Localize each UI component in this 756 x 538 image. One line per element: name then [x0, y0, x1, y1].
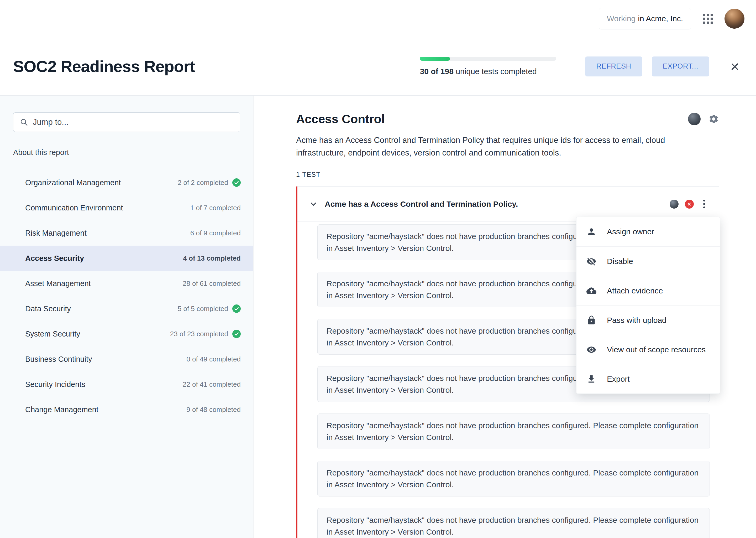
- test-owner-avatar[interactable]: [670, 200, 679, 209]
- search-input[interactable]: [33, 117, 234, 127]
- menu-item-label: Export: [607, 375, 630, 384]
- sidebar-item-label: Security Incidents: [25, 380, 85, 389]
- menu-item-assign-owner[interactable]: Assign owner: [577, 217, 720, 246]
- jump-to-search[interactable]: [13, 112, 240, 132]
- workspace-name: in Acme, Inc.: [638, 14, 683, 23]
- sidebar-item-status: 23 of 23 completed: [170, 330, 228, 338]
- section-owner-avatar[interactable]: [688, 113, 701, 125]
- download-icon: [587, 374, 596, 384]
- lock-icon: [587, 315, 596, 325]
- section-title: Access Control: [296, 112, 385, 126]
- sidebar-item-status: 28 of 61 completed: [183, 280, 241, 288]
- sidebar-item-label: Data Security: [25, 304, 71, 313]
- close-icon[interactable]: ×: [730, 59, 739, 74]
- search-icon: [20, 118, 28, 126]
- sidebar-item-business-continuity[interactable]: Business Continuity 0 of 49 completed: [0, 347, 253, 372]
- menu-item-view-out-of-scope[interactable]: View out of scope resources: [577, 335, 720, 364]
- sidebar-item-data-security[interactable]: Data Security 5 of 5 completed: [0, 296, 253, 321]
- menu-item-label: Disable: [607, 257, 633, 266]
- sidebar-item-label: Change Management: [25, 405, 98, 414]
- about-report-link[interactable]: About this report: [13, 148, 240, 157]
- sidebar-item-status: 6 of 9 completed: [190, 229, 241, 237]
- fail-status-icon: [685, 200, 694, 209]
- section-icons: [688, 113, 719, 125]
- menu-item-label: Pass with upload: [607, 316, 667, 325]
- sidebar-item-status: 0 of 49 completed: [186, 355, 241, 363]
- sidebar-item-access-security[interactable]: Access Security 4 of 13 completed: [0, 245, 253, 271]
- menu-item-label: View out of scope resources: [607, 345, 706, 354]
- test-icons: [670, 197, 708, 211]
- user-avatar[interactable]: [725, 9, 744, 28]
- menu-item-label: Assign owner: [607, 227, 654, 236]
- sidebar-item-label: Business Continuity: [25, 355, 92, 363]
- progress-count: 30 of 198: [420, 67, 453, 76]
- workspace-prefix: Working: [607, 14, 636, 23]
- sidebar-item-status: 4 of 13 completed: [183, 254, 241, 262]
- sidebar-item-change-management[interactable]: Change Management 9 of 48 completed: [0, 397, 253, 422]
- menu-item-attach-evidence[interactable]: Attach evidence: [577, 276, 720, 305]
- sidebar-item-risk-management[interactable]: Risk Management 6 of 9 completed: [0, 220, 253, 245]
- check-circle-icon: [232, 178, 241, 187]
- sidebar: About this report Organizational Managem…: [0, 96, 254, 538]
- sidebar-item-system-security[interactable]: System Security 23 of 23 completed: [0, 321, 253, 347]
- menu-item-pass-with-upload[interactable]: Pass with upload: [577, 305, 720, 335]
- report-header: SOC2 Readiness Report 30 of 198 unique t…: [0, 37, 756, 96]
- sidebar-item-label: Access Security: [25, 254, 84, 263]
- check-circle-icon: [232, 330, 241, 338]
- menu-item-export[interactable]: Export: [577, 364, 720, 394]
- cloud-upload-icon: [587, 286, 596, 296]
- sidebar-item-status: 22 of 41 completed: [183, 380, 241, 389]
- eye-off-icon: [587, 256, 596, 266]
- workspace-switcher[interactable]: Working in Acme, Inc.: [599, 8, 691, 29]
- gear-icon[interactable]: [708, 114, 719, 124]
- apps-grid-icon[interactable]: [703, 14, 713, 24]
- page-title: SOC2 Readiness Report: [13, 57, 195, 76]
- progress-text: 30 of 198 unique tests completed: [420, 67, 556, 76]
- menu-item-label: Attach evidence: [607, 286, 663, 295]
- chevron-down-icon[interactable]: [309, 200, 318, 209]
- progress-group: 30 of 198 unique tests completed: [420, 57, 556, 76]
- test-title: Acme has a Access Control and Terminatio…: [325, 200, 518, 209]
- sidebar-item-asset-management[interactable]: Asset Management 28 of 61 completed: [0, 271, 253, 296]
- topbar: Working in Acme, Inc.: [0, 0, 756, 37]
- sidebar-item-status: 2 of 2 completed: [178, 179, 228, 187]
- progress-bar-fill: [420, 57, 450, 61]
- kebab-menu-icon[interactable]: [700, 197, 708, 211]
- sidebar-item-organizational-management[interactable]: Organizational Management 2 of 2 complet…: [0, 170, 253, 195]
- refresh-button[interactable]: REFRESH: [585, 56, 642, 77]
- main-panel: Access Control Acme has an Access Contro…: [254, 96, 756, 538]
- sidebar-item-status: 5 of 5 completed: [178, 305, 228, 313]
- person-icon: [587, 227, 596, 237]
- sidebar-item-label: Risk Management: [25, 229, 87, 238]
- test-failure-message: Repository "acme/haystack" does not have…: [317, 508, 710, 538]
- test-count-label: 1 TEST: [296, 171, 719, 178]
- sidebar-item-label: System Security: [25, 330, 80, 338]
- sidebar-item-status: 9 of 48 completed: [186, 405, 241, 414]
- test-context-menu: Assign owner Disable Attach evidence Pas…: [576, 217, 720, 394]
- sidebar-item-label: Organizational Management: [25, 178, 121, 187]
- sidebar-item-security-incidents[interactable]: Security Incidents 22 of 41 completed: [0, 372, 253, 397]
- check-circle-icon: [232, 304, 241, 313]
- sidebar-item-label: Asset Management: [25, 279, 91, 288]
- section-header: Access Control: [296, 112, 719, 126]
- section-description: Acme has an Access Control and Terminati…: [296, 134, 711, 159]
- sidebar-item-status: 1 of 7 completed: [190, 204, 241, 212]
- test-failure-message: Repository "acme/haystack" does not have…: [317, 413, 710, 449]
- eye-icon: [587, 345, 596, 355]
- menu-item-disable[interactable]: Disable: [577, 246, 720, 276]
- test-header: Acme has a Access Control and Terminatio…: [298, 187, 719, 222]
- sidebar-item-label: Communication Environment: [25, 204, 123, 212]
- test-failure-message: Repository "acme/haystack" does not have…: [317, 461, 710, 497]
- progress-suffix: unique tests completed: [453, 67, 537, 76]
- sidebar-item-communication-environment[interactable]: Communication Environment 1 of 7 complet…: [0, 195, 253, 220]
- progress-bar: [420, 57, 556, 61]
- content-area: About this report Organizational Managem…: [0, 96, 756, 538]
- export-button[interactable]: EXPORT...: [652, 56, 709, 77]
